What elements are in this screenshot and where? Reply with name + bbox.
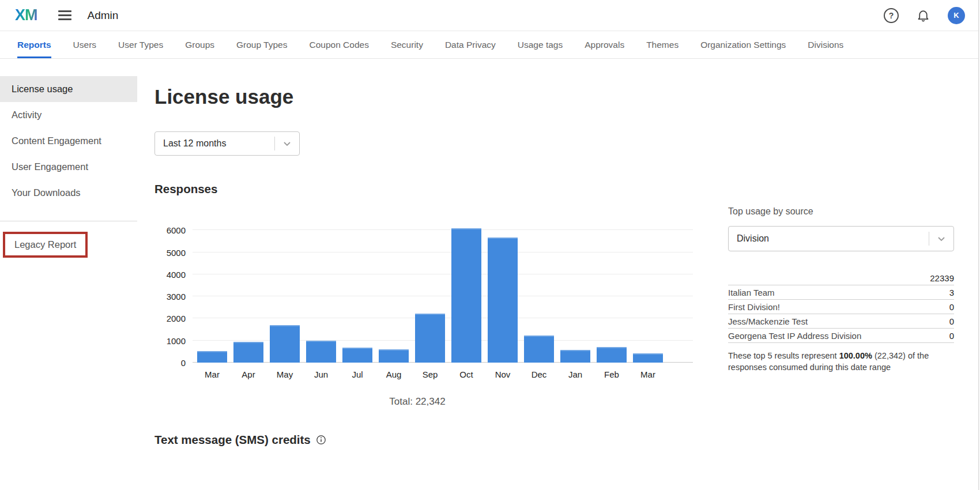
notifications-bell-icon[interactable] <box>916 8 930 22</box>
date-range-value: Last 12 months <box>155 138 274 149</box>
bar-aug-5 <box>379 349 409 363</box>
x-tick-label: Feb <box>604 370 619 379</box>
app-title: Admin <box>88 9 119 22</box>
usage-row-value: 0 <box>949 316 954 326</box>
user-avatar[interactable]: K <box>948 7 965 24</box>
tab-bar: ReportsUsersUser TypesGroupsGroup TypesC… <box>0 31 980 59</box>
sidebar-divider <box>0 221 137 221</box>
sidebar-item-content-engagement[interactable]: Content Engagement <box>0 128 137 154</box>
usage-row-value: 3 <box>949 288 954 297</box>
gridline <box>193 229 693 230</box>
admin-page: XM Admin ? K ReportsUsersUser TypesGroup… <box>0 0 980 490</box>
footnote-percent: 100.00% <box>839 351 872 360</box>
chevron-down-icon <box>275 139 299 148</box>
tab-usage-tags[interactable]: Usage tags <box>518 31 563 58</box>
usage-row: First Division!0 <box>728 300 954 314</box>
gridline <box>193 274 693 274</box>
footnote-text: These top 5 results represent <box>728 351 839 360</box>
date-range-select[interactable]: Last 12 months <box>154 131 300 156</box>
chart-plot-area <box>193 221 693 363</box>
usage-row-label: Italian Team <box>728 288 775 297</box>
usage-row-label: Jess/Mackenzie Test <box>728 316 808 326</box>
x-tick-label: Dec <box>532 370 547 379</box>
bar-jan-10 <box>560 350 590 363</box>
bar-may-2 <box>270 325 300 363</box>
sidebar-item-user-engagement[interactable]: User Engagement <box>0 154 137 180</box>
bar-mar-12 <box>633 353 663 363</box>
sidebar-item-license-usage[interactable]: License usage <box>0 76 137 102</box>
top-bar: XM Admin ? K <box>0 0 980 31</box>
tab-groups[interactable]: Groups <box>185 31 214 58</box>
chart-x-axis: MarAprMayJunJulAugSepOctNovDecJanFebMar <box>193 370 693 382</box>
reports-sidebar: License usageActivityContent EngagementU… <box>0 59 137 490</box>
tab-approvals[interactable]: Approvals <box>585 31 624 58</box>
chevron-down-icon <box>929 234 953 243</box>
tab-group-types[interactable]: Group Types <box>236 31 287 58</box>
sidebar-item-legacy-report[interactable]: Legacy Report <box>5 234 85 255</box>
y-tick-label: 0 <box>181 358 186 368</box>
y-tick-label: 2000 <box>167 314 186 323</box>
tab-divisions[interactable]: Divisions <box>808 31 843 58</box>
x-tick-label: Apr <box>242 370 255 379</box>
responses-bar-chart: 0100020003000400050006000 MarAprMayJunJu… <box>154 206 705 408</box>
y-tick-label: 6000 <box>167 225 186 235</box>
page-title: License usage <box>154 85 980 108</box>
source-select-value: Division <box>729 233 929 244</box>
bar-sep-6 <box>415 314 445 363</box>
bar-jul-4 <box>342 348 372 363</box>
info-icon[interactable] <box>316 435 326 445</box>
bar-dec-9 <box>524 336 554 363</box>
bar-feb-11 <box>597 347 627 363</box>
y-tick-label: 1000 <box>167 336 186 345</box>
bar-oct-7 <box>451 228 481 363</box>
x-tick-label: Mar <box>205 370 220 379</box>
y-tick-label: 4000 <box>167 269 186 279</box>
top-usage-table: 22339Italian Team3First Division!0Jess/M… <box>728 271 954 343</box>
x-tick-label: Oct <box>459 370 473 379</box>
hamburger-menu-icon[interactable] <box>58 10 71 20</box>
y-tick-label: 3000 <box>167 292 186 301</box>
top-usage-panel: Top usage by source Division 22339Italia… <box>728 206 954 408</box>
top-usage-footnote: These top 5 results represent 100.00% (2… <box>728 350 943 373</box>
help-icon[interactable]: ? <box>884 8 899 23</box>
tab-themes[interactable]: Themes <box>646 31 679 58</box>
x-tick-label: Mar <box>640 370 655 379</box>
usage-row-value: 22339 <box>930 273 954 283</box>
usage-row: Jess/Mackenzie Test0 <box>728 314 954 329</box>
sms-credits-title: Text message (SMS) credits <box>154 433 311 447</box>
bar-jun-3 <box>306 341 336 363</box>
tab-coupon-codes[interactable]: Coupon Codes <box>309 31 368 58</box>
tab-reports[interactable]: Reports <box>17 31 51 58</box>
x-tick-label: Nov <box>495 370 511 379</box>
legacy-report-highlight-annotation: Legacy Report <box>3 232 88 258</box>
usage-row: Georgena Test IP Address Division0 <box>728 329 954 343</box>
usage-row-value: 0 <box>949 331 954 341</box>
usage-row-label: First Division! <box>728 302 780 312</box>
x-tick-label: Jun <box>314 370 328 379</box>
x-tick-label: Jul <box>352 370 363 379</box>
x-tick-label: Aug <box>386 370 402 379</box>
tab-users[interactable]: Users <box>73 31 96 58</box>
usage-row-value: 0 <box>949 302 954 312</box>
responses-section-title: Responses <box>154 182 980 196</box>
usage-row: 22339 <box>728 271 954 285</box>
sidebar-list: License usageActivityContent EngagementU… <box>0 76 137 206</box>
bar-mar-0 <box>197 351 227 363</box>
usage-row-label: Georgena Test IP Address Division <box>728 331 861 341</box>
sidebar-item-activity[interactable]: Activity <box>0 102 137 128</box>
gridline <box>193 296 693 296</box>
tab-security[interactable]: Security <box>391 31 423 58</box>
bar-nov-8 <box>488 238 518 363</box>
chart-y-axis: 0100020003000400050006000 <box>154 221 193 363</box>
bar-apr-1 <box>233 342 263 363</box>
main-content: License usage Last 12 months Responses 0… <box>137 59 980 490</box>
x-tick-label: May <box>277 370 293 379</box>
tab-organization-settings[interactable]: Organization Settings <box>700 31 786 58</box>
y-tick-label: 5000 <box>167 247 186 257</box>
x-tick-label: Sep <box>423 370 438 379</box>
tab-data-privacy[interactable]: Data Privacy <box>445 31 496 58</box>
sidebar-item-your-downloads[interactable]: Your Downloads <box>0 180 137 206</box>
tab-user-types[interactable]: User Types <box>118 31 163 58</box>
xm-logo: XM <box>15 6 37 24</box>
source-select[interactable]: Division <box>728 226 954 251</box>
